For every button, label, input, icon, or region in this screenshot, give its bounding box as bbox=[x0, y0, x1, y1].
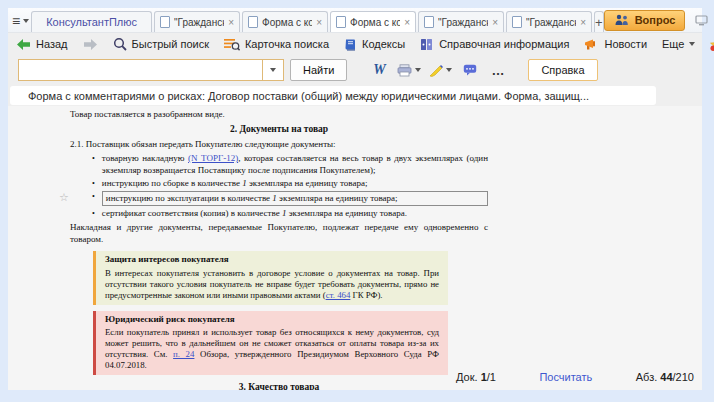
question-button-label: Вопрос bbox=[635, 14, 676, 26]
close-tab-icon[interactable]: × bbox=[228, 17, 234, 28]
close-tab-icon[interactable]: × bbox=[316, 17, 322, 28]
section-2-heading: 2. Документы на товар bbox=[70, 123, 488, 135]
search-card-button[interactable]: Карточка поиска bbox=[224, 38, 329, 51]
document-icon bbox=[424, 16, 434, 28]
ellipsis-icon: … bbox=[491, 63, 505, 78]
codes-button[interactable]: Кодексы bbox=[344, 38, 405, 51]
quick-search-button[interactable]: Быстрый поиск bbox=[113, 37, 209, 51]
find-button[interactable]: Найти bbox=[290, 59, 347, 81]
document-icon bbox=[248, 16, 258, 28]
tab-document-3-active[interactable]: Форма с комментар × bbox=[330, 11, 416, 32]
document-icon bbox=[512, 16, 522, 28]
reference-info-label: Справочная информация bbox=[439, 38, 569, 50]
tab-label: "Гражданский коде bbox=[438, 17, 488, 28]
toolbar-right-group: Избранное Журнал A− A+ bbox=[710, 36, 714, 52]
doc-counter: Док. 1/1 bbox=[456, 371, 496, 383]
tab-home-label: КонсультантПлюс bbox=[46, 16, 137, 28]
codes-label: Кодексы bbox=[362, 38, 405, 50]
star-icon bbox=[710, 38, 714, 51]
tab-home[interactable]: КонсультантПлюс bbox=[31, 11, 152, 32]
tab-document-5[interactable]: "Гражданский коде × bbox=[506, 11, 592, 32]
back-button[interactable]: Назад bbox=[16, 38, 68, 51]
more-menu-button[interactable]: Еще bbox=[662, 38, 695, 50]
close-tab-icon[interactable]: × bbox=[580, 17, 586, 28]
document-title[interactable]: Форма с комментариями о рисках: Договор … bbox=[10, 86, 656, 105]
chevron-down-icon bbox=[415, 68, 421, 72]
tab-document-1[interactable]: "Гражданский коде × bbox=[154, 11, 240, 32]
chevron-down-icon bbox=[689, 42, 695, 46]
st-464-link[interactable]: ст. 464 bbox=[326, 290, 351, 300]
news-button[interactable]: Новости bbox=[584, 38, 647, 51]
search-combo bbox=[18, 59, 284, 81]
section-3-heading: 3. Качество товара bbox=[70, 381, 488, 390]
favorites-button[interactable]: Избранное bbox=[710, 38, 714, 51]
more-label: Еще bbox=[662, 38, 684, 50]
close-tab-icon[interactable]: × bbox=[404, 17, 410, 28]
highlighter-icon bbox=[429, 64, 443, 77]
torg12-link[interactable]: (N ТОРГ-12) bbox=[188, 153, 238, 163]
list-item: • инструкцию по сборке в количестве 1 эк… bbox=[92, 178, 488, 190]
search-input[interactable] bbox=[19, 60, 262, 80]
note-body: В интересах покупателя установить в дого… bbox=[105, 268, 439, 301]
comment-button[interactable] bbox=[460, 60, 480, 80]
close-tab-icon[interactable]: × bbox=[492, 17, 498, 28]
document-icon bbox=[160, 16, 170, 28]
documents-bullet-list: • товарную накладную (N ТОРГ-12), котора… bbox=[70, 153, 488, 219]
document-icon bbox=[336, 16, 346, 28]
chevron-down-icon bbox=[23, 19, 29, 23]
paragraph-after-list: Накладная и другие документы, передаваем… bbox=[70, 221, 488, 245]
list-item-selected[interactable]: ☆ • инструкцию по эксплуатации в количес… bbox=[92, 191, 488, 207]
document-header: Форма с комментариями о рисках: Договор … bbox=[8, 85, 702, 107]
news-label: Новости bbox=[604, 38, 647, 50]
app-window: ≡ КонсультантПлюс "Гражданский коде × Фо… bbox=[8, 8, 702, 390]
status-bar: Док. 1/1 Посчитать Абз. 44/210 bbox=[456, 371, 694, 383]
note-title: Юридический риск покупателя bbox=[105, 314, 439, 326]
tab-label: "Гражданский коде bbox=[174, 17, 224, 28]
book-icon bbox=[344, 38, 357, 51]
highlight-button[interactable] bbox=[429, 60, 452, 80]
print-button[interactable] bbox=[397, 60, 421, 80]
tab-document-4[interactable]: "Гражданский коде × bbox=[418, 11, 504, 32]
export-word-button[interactable]: W bbox=[369, 60, 389, 80]
p-24-link[interactable]: п. 24 bbox=[173, 349, 194, 359]
megaphone-icon bbox=[584, 38, 599, 51]
document-view[interactable]: Товар поставляется в разобранном виде. 2… bbox=[8, 106, 702, 390]
back-arrow-icon bbox=[16, 38, 31, 51]
search-icon bbox=[113, 37, 127, 51]
binders-icon bbox=[420, 38, 434, 51]
tray-icon[interactable] bbox=[695, 15, 708, 26]
question-button[interactable]: Вопрос bbox=[604, 10, 686, 31]
paragraph-2-1: 2.1. Поставщик обязан передать Покупател… bbox=[70, 138, 488, 150]
chevron-down-icon bbox=[446, 68, 452, 72]
bullet-icon: • bbox=[92, 178, 95, 190]
paragraph-counter: Абз. 44/210 bbox=[636, 371, 694, 383]
list-item: • сертификат соответствия (копия) в коли… bbox=[92, 208, 488, 220]
main-toolbar: Назад Быстрый поиск Карточка поиска Коде… bbox=[8, 32, 702, 55]
bullet-icon: • bbox=[92, 208, 95, 220]
app-menu-button[interactable]: ≡ bbox=[12, 11, 29, 31]
list-item: • товарную накладную (N ТОРГ-12), котора… bbox=[92, 153, 488, 176]
tab-label: "Гражданский коде bbox=[526, 17, 576, 28]
tab-bar: ≡ КонсультантПлюс "Гражданский коде × Фо… bbox=[8, 8, 702, 32]
speech-bubble-icon bbox=[463, 64, 477, 76]
reference-info-button[interactable]: Справочная информация bbox=[420, 38, 569, 51]
tab-label: Форма с комментар bbox=[262, 17, 312, 28]
search-card-icon bbox=[224, 38, 240, 51]
bullet-icon: • bbox=[92, 191, 95, 203]
printer-icon bbox=[397, 64, 412, 77]
more-actions-button[interactable]: … bbox=[488, 60, 508, 80]
tab-document-2[interactable]: Форма с комментар × bbox=[242, 11, 328, 32]
search-history-dropdown[interactable] bbox=[262, 60, 283, 80]
new-tab-button[interactable]: + bbox=[594, 11, 604, 32]
bookmark-star-icon[interactable]: ☆ bbox=[59, 192, 69, 203]
paragraph-intro: Товар поставляется в разобранном виде. bbox=[70, 108, 488, 120]
forward-button[interactable] bbox=[83, 38, 98, 51]
tab-label: Форма с комментар bbox=[350, 17, 400, 28]
legal-risk-note: Юридический риск покупателя Если покупат… bbox=[93, 311, 448, 376]
count-link[interactable]: Посчитать bbox=[539, 371, 592, 383]
search-card-label: Карточка поиска bbox=[245, 38, 329, 50]
people-icon bbox=[614, 14, 630, 26]
chevron-down-icon bbox=[270, 68, 276, 72]
help-button[interactable]: Справка bbox=[528, 59, 597, 81]
forward-arrow-icon bbox=[83, 38, 98, 51]
